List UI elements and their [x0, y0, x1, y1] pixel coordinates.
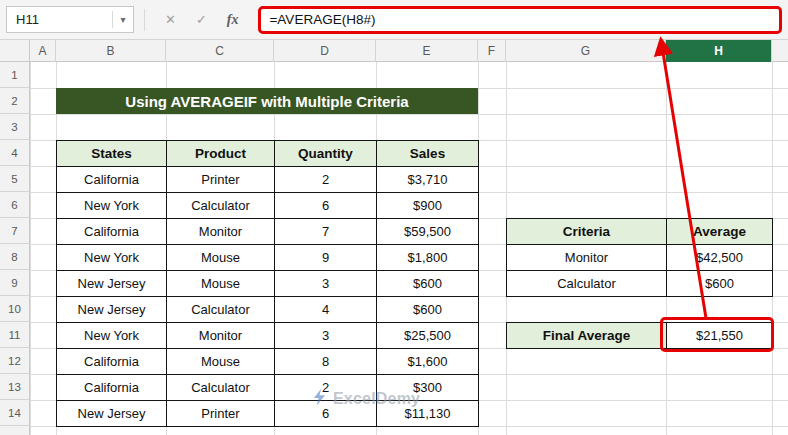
- name-box-value: H11: [7, 12, 112, 27]
- formula-input[interactable]: =AVERAGE(H8#): [258, 6, 782, 34]
- row-header-4[interactable]: 4: [0, 140, 30, 166]
- selected-cell-highlight: [660, 317, 774, 352]
- row-header-13[interactable]: 13: [0, 374, 30, 400]
- cell[interactable]: Printer: [167, 401, 275, 427]
- insert-function-icon[interactable]: fx: [227, 12, 239, 28]
- cell[interactable]: $1,800: [377, 245, 479, 271]
- cell[interactable]: Mouse: [167, 271, 275, 297]
- row-header-2[interactable]: 2: [0, 88, 30, 114]
- cell[interactable]: 9: [275, 245, 377, 271]
- row-header-3[interactable]: 3: [0, 114, 30, 140]
- cell[interactable]: $59,500: [377, 219, 479, 245]
- enter-icon[interactable]: ✓: [196, 12, 207, 27]
- column-header-sales[interactable]: Sales: [377, 141, 479, 167]
- column-header-e[interactable]: E: [376, 40, 478, 62]
- title-banner: Using AVERAGEIF with Multiple Criteria: [56, 88, 478, 114]
- cell[interactable]: 8: [275, 349, 377, 375]
- cell[interactable]: $1,600: [377, 349, 479, 375]
- cell[interactable]: New York: [57, 193, 167, 219]
- row-header-11[interactable]: 11: [0, 322, 30, 348]
- chevron-down-icon[interactable]: ▾: [113, 14, 133, 25]
- criteria-table: Criteria Average Monitor $42,500 Calcula…: [506, 218, 773, 297]
- cell[interactable]: Calculator: [167, 193, 275, 219]
- column-header-a[interactable]: A: [30, 40, 56, 62]
- cell[interactable]: Monitor: [167, 323, 275, 349]
- sheet: Using AVERAGEIF with Multiple Criteria S…: [0, 40, 788, 435]
- cell[interactable]: New Jersey: [57, 401, 167, 427]
- column-header-criteria[interactable]: Criteria: [507, 219, 667, 245]
- cell[interactable]: $25,500: [377, 323, 479, 349]
- cell[interactable]: 7: [275, 219, 377, 245]
- row-header-10[interactable]: 10: [0, 296, 30, 322]
- row-header-5[interactable]: 5: [0, 166, 30, 192]
- cell[interactable]: Mouse: [167, 245, 275, 271]
- cell[interactable]: 3: [275, 271, 377, 297]
- column-header-h[interactable]: H: [666, 40, 772, 62]
- column-header-b[interactable]: B: [56, 40, 166, 62]
- cell[interactable]: New York: [57, 323, 167, 349]
- main-data-table: States Product Quantity Sales California…: [56, 140, 479, 427]
- watermark-text: ExcelDemy: [333, 390, 420, 408]
- name-box[interactable]: H11 ▾: [6, 6, 134, 33]
- cell[interactable]: Monitor: [507, 245, 667, 271]
- cell[interactable]: California: [57, 219, 167, 245]
- cell[interactable]: 6: [275, 193, 377, 219]
- cell[interactable]: Printer: [167, 167, 275, 193]
- cell[interactable]: New York: [57, 245, 167, 271]
- cell[interactable]: $42,500: [667, 245, 773, 271]
- cell[interactable]: $600: [377, 271, 479, 297]
- row-header-12[interactable]: 12: [0, 348, 30, 374]
- row-header-strip: [0, 426, 30, 435]
- row-header-6[interactable]: 6: [0, 192, 30, 218]
- column-header-f[interactable]: F: [478, 40, 506, 62]
- column-header-c[interactable]: C: [166, 40, 274, 62]
- row-header-14[interactable]: 14: [0, 400, 30, 426]
- cell[interactable]: New Jersey: [57, 271, 167, 297]
- column-header-d[interactable]: D: [274, 40, 376, 62]
- formula-bar-row: H11 ▾ ✕ ✓ fx =AVERAGE(H8#): [0, 0, 788, 40]
- divider: [144, 9, 145, 31]
- excel-window: H11 ▾ ✕ ✓ fx =AVERAGE(H8#) Using AVERAGE…: [0, 0, 788, 435]
- cell[interactable]: Calculator: [167, 375, 275, 401]
- row-header-9[interactable]: 9: [0, 270, 30, 296]
- cell[interactable]: $600: [377, 297, 479, 323]
- column-header-states[interactable]: States: [57, 141, 167, 167]
- exceldemy-logo-icon: [312, 388, 327, 410]
- row-header-7[interactable]: 7: [0, 218, 30, 244]
- column-header-product[interactable]: Product: [167, 141, 275, 167]
- select-all-corner[interactable]: [0, 40, 30, 62]
- column-header-g[interactable]: G: [506, 40, 666, 62]
- cell[interactable]: $600: [667, 271, 773, 297]
- gridline: [30, 62, 31, 435]
- cell[interactable]: California: [57, 167, 167, 193]
- cell[interactable]: Calculator: [507, 271, 667, 297]
- gridline: [30, 114, 788, 115]
- cell[interactable]: Calculator: [167, 297, 275, 323]
- cell[interactable]: New Jersey: [57, 297, 167, 323]
- cancel-icon[interactable]: ✕: [165, 12, 176, 27]
- column-header-quantity[interactable]: Quantity: [275, 141, 377, 167]
- row-header-8[interactable]: 8: [0, 244, 30, 270]
- cell[interactable]: $3,710: [377, 167, 479, 193]
- cell[interactable]: California: [57, 375, 167, 401]
- cell[interactable]: Monitor: [167, 219, 275, 245]
- formula-bar-icons: ✕ ✓ fx: [155, 12, 248, 28]
- column-header-average[interactable]: Average: [667, 219, 773, 245]
- cell[interactable]: 3: [275, 323, 377, 349]
- cell[interactable]: 2: [275, 167, 377, 193]
- cell[interactable]: 4: [275, 297, 377, 323]
- cell[interactable]: $900: [377, 193, 479, 219]
- cell[interactable]: California: [57, 349, 167, 375]
- formula-text: =AVERAGE(H8#): [269, 12, 375, 27]
- watermark: ExcelDemy: [312, 388, 420, 410]
- row-header-1[interactable]: 1: [0, 62, 30, 88]
- final-average-label[interactable]: Final Average: [507, 323, 667, 349]
- cell[interactable]: Mouse: [167, 349, 275, 375]
